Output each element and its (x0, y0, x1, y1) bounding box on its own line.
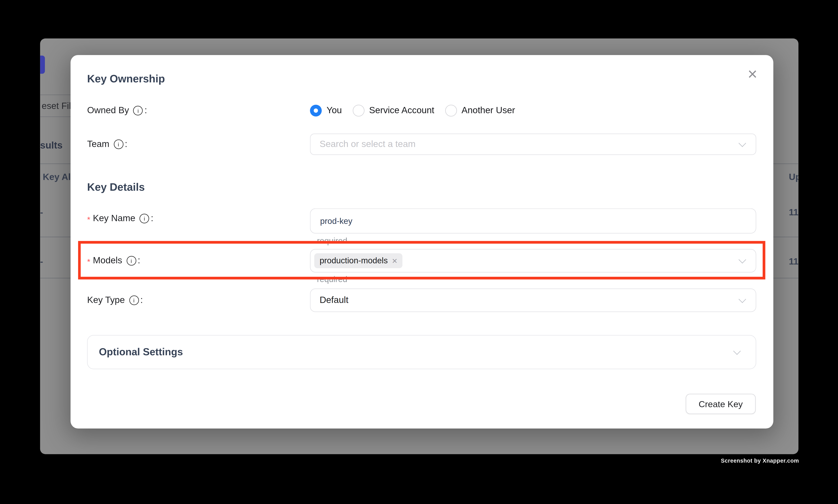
screenshot-canvas: eset Filt sults Key Alia Up - 11/ - 11/ … (0, 0, 838, 504)
owned-by-radio-group: You Service Account Another User (310, 105, 756, 116)
create-key-modal: × Key Ownership Owned By i : You Service… (70, 55, 773, 429)
owned-by-label: Owned By i : (87, 105, 147, 116)
models-tag: production-models × (314, 253, 403, 268)
required-asterisk: * (87, 257, 90, 266)
optional-settings-expander[interactable]: Optional Settings (87, 335, 756, 369)
table-row-updated: 11/ (789, 256, 798, 267)
info-icon[interactable]: i (140, 214, 149, 223)
chevron-down-icon (738, 256, 746, 264)
tag-remove-icon[interactable]: × (392, 256, 397, 266)
toolbar-divider (40, 116, 72, 117)
column-header-updated: Up (789, 172, 798, 183)
section-title-key-ownership: Key Ownership (87, 73, 165, 85)
info-icon[interactable]: i (114, 139, 123, 149)
radio-selected-icon (310, 105, 322, 116)
key-type-select[interactable]: Default (310, 288, 756, 312)
table-row-key-alias: - (40, 256, 43, 267)
radio-option-you[interactable]: You (310, 105, 342, 116)
key-name-value: prod-key (310, 216, 352, 226)
radio-unselected-icon (353, 105, 364, 116)
key-type-label: Key Type i : (87, 295, 143, 306)
radio-option-service-account[interactable]: Service Account (353, 105, 434, 116)
chevron-down-icon (738, 295, 746, 303)
required-asterisk: * (87, 215, 90, 224)
section-title-key-details: Key Details (87, 181, 145, 194)
dimmed-primary-button-fragment (40, 56, 45, 74)
key-name-input[interactable]: prod-key (310, 209, 756, 234)
table-row-updated: 11/ (789, 207, 798, 218)
reset-filters-fragment: eset Filt (42, 101, 74, 112)
key-type-value: Default (310, 295, 348, 306)
team-label: Team i : (87, 139, 127, 150)
results-count-fragment: sults (40, 140, 63, 151)
info-icon[interactable]: i (133, 106, 143, 115)
models-select[interactable]: production-models × (310, 249, 756, 272)
optional-settings-title: Optional Settings (99, 346, 183, 358)
key-name-label: * Key Name i : (87, 213, 153, 224)
models-validation-text: required (317, 275, 347, 284)
create-key-button[interactable]: Create Key (686, 394, 756, 414)
watermark-text: Screenshot by Xnapper.com (721, 457, 799, 464)
info-icon[interactable]: i (126, 256, 136, 266)
toolbar-divider (40, 94, 72, 95)
team-select[interactable]: Search or select a team (310, 133, 756, 155)
close-icon[interactable]: × (744, 65, 762, 83)
team-select-placeholder: Search or select a team (310, 139, 415, 150)
key-name-validation-text: required (317, 236, 347, 246)
info-icon[interactable]: i (129, 295, 139, 305)
radio-option-another-user[interactable]: Another User (445, 105, 515, 116)
radio-unselected-icon (445, 105, 457, 116)
table-row-key-alias: - (40, 207, 43, 218)
chevron-down-icon (733, 347, 741, 355)
chevron-down-icon (738, 139, 746, 147)
models-label: * Models i : (87, 255, 140, 266)
